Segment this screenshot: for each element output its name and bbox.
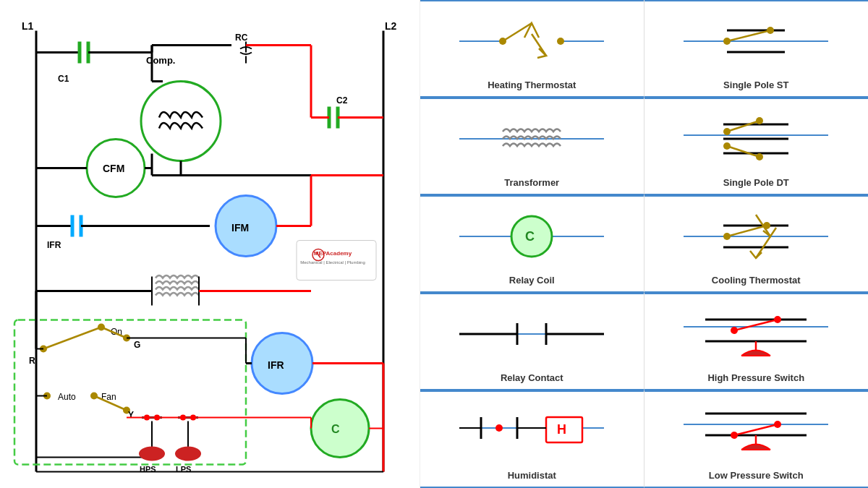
- heating-thermostat-symbol: [426, 6, 638, 77]
- heating-thermostat-cell: Heating Thermostat: [420, 0, 644, 98]
- comp-label: Comp.: [146, 55, 175, 66]
- single-pole-dt-symbol: [650, 103, 863, 174]
- svg-point-10: [141, 82, 221, 161]
- svg-point-102: [756, 117, 763, 124]
- cooling-thermostat-cell: Cooling Thermostat: [644, 195, 869, 293]
- cooling-thermostat-symbol: [650, 201, 863, 272]
- single-pole-dt-label: Single Pole DT: [723, 177, 789, 188]
- humidistat-cell: H Humidistat: [420, 390, 644, 488]
- svg-text:H: H: [557, 422, 566, 437]
- L2-label: L2: [385, 20, 397, 32]
- relay-contact-label: Relay Contact: [501, 372, 563, 383]
- svg-text:C: C: [525, 229, 535, 244]
- R-label: R: [29, 356, 35, 366]
- G-label: G: [134, 340, 140, 350]
- C-label: C: [331, 423, 340, 435]
- legend-grid: Heating Thermostat: [420, 0, 868, 488]
- svg-point-76: [311, 400, 369, 458]
- high-pressure-switch-label: High Pressure Switch: [707, 372, 804, 383]
- svg-line-141: [734, 424, 778, 435]
- high-pressure-switch-cell: High Pressure Switch: [644, 293, 869, 390]
- svg-point-105: [756, 153, 763, 160]
- Auto-label: Auto: [58, 392, 76, 402]
- transformer-cell: Transformer: [420, 98, 644, 195]
- IFR-label: IFR: [268, 359, 284, 371]
- L1-label: L1: [22, 20, 34, 32]
- svg-line-101: [727, 121, 760, 132]
- high-pressure-switch-symbol: [650, 299, 863, 369]
- svg-line-93: [727, 30, 770, 41]
- wiring-diagram: L1 L2 C1 RC Comp.: [0, 0, 420, 488]
- svg-point-59: [139, 447, 165, 461]
- humidistat-label: Humidistat: [508, 470, 556, 481]
- C2-label: C2: [336, 95, 348, 106]
- single-pole-dt-cell: Single Pole DT: [644, 98, 869, 195]
- svg-point-94: [767, 27, 774, 34]
- svg-rect-42: [14, 320, 246, 465]
- relay-coil-cell: C Relay Coil: [420, 195, 644, 293]
- C1-label: C1: [58, 74, 69, 84]
- svg-point-127: [774, 316, 781, 323]
- svg-line-104: [727, 146, 760, 157]
- CFM-label: CFM: [103, 163, 124, 174]
- IFM-label: IFM: [231, 222, 249, 234]
- low-pressure-switch-cell: Low Pressure Switch: [644, 390, 869, 488]
- svg-line-113: [727, 226, 767, 236]
- svg-point-142: [731, 432, 738, 439]
- relay-coil-symbol: C: [426, 201, 638, 272]
- single-pole-st-symbol: [650, 6, 863, 77]
- relay-coil-label: Relay Coil: [509, 275, 555, 286]
- svg-line-126: [734, 320, 778, 330]
- heating-thermostat-label: Heating Thermostat: [488, 80, 576, 90]
- svg-point-132: [495, 424, 503, 432]
- low-pressure-switch-label: Low Pressure Switch: [709, 470, 804, 481]
- svg-point-64: [175, 447, 201, 461]
- cooling-thermostat-label: Cooling Thermostat: [712, 275, 801, 286]
- IFR-label-top: IFR: [47, 240, 61, 250]
- single-pole-st-label: Single Pole ST: [723, 80, 788, 90]
- symbol-legend: Heating Thermostat: [420, 0, 868, 488]
- RC-label: RC: [235, 33, 248, 43]
- svg-text:MEPAcademy: MEPAcademy: [314, 250, 352, 257]
- single-pole-st-cell: Single Pole ST: [644, 0, 869, 98]
- svg-text:Mechanical | Electrical | Plum: Mechanical | Electrical | Plumbing: [300, 260, 365, 265]
- transformer-label: Transformer: [504, 177, 559, 188]
- svg-line-44: [43, 328, 101, 349]
- relay-contact-symbol: [426, 299, 638, 369]
- relay-contact-cell: Relay Contact: [420, 293, 644, 390]
- transformer-symbol: [426, 103, 638, 174]
- low-pressure-switch-symbol: [650, 396, 863, 467]
- humidistat-symbol: H: [426, 396, 638, 467]
- main-container: L1 L2 C1 RC Comp.: [0, 0, 868, 488]
- svg-point-86: [557, 38, 564, 45]
